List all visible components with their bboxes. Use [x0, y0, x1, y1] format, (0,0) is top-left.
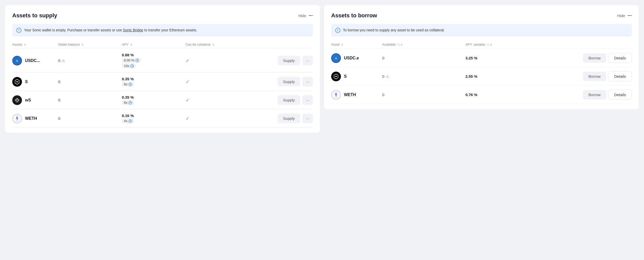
- info-icon-borrow: i: [335, 28, 340, 33]
- sort-icon: ⇅: [130, 43, 132, 46]
- svg-text:$: $: [16, 59, 18, 62]
- multiplier-tag-weth: 4x: [122, 119, 134, 123]
- multiplier-tag-ws: 8x: [122, 100, 134, 105]
- apy-cell-borrow-usdce: 3.25 %: [466, 56, 549, 60]
- supply-info-banner: i Your Sonic wallet is empty. Purchase o…: [12, 24, 313, 36]
- supply-button-weth[interactable]: Supply: [278, 114, 301, 123]
- more-button-s[interactable]: ···: [302, 77, 313, 86]
- balance-cell-s: 0: [58, 80, 122, 84]
- borrow-asset-name-s: S: [344, 74, 347, 79]
- collateral-cell-s: ✓: [186, 79, 249, 85]
- sort-icon: ⇅: [81, 43, 84, 46]
- check-icon-ws: ✓: [186, 97, 189, 103]
- available-cell-s: 0 ⚠: [382, 74, 466, 79]
- apy-tag-usdc: 8.00 %: [122, 58, 141, 63]
- warning-icon-s-borrow: ⚠: [386, 74, 389, 79]
- supply-row-ws: wS 0 0.35 % 8x ✓ Supply ···: [12, 91, 313, 109]
- collateral-cell-weth: ✓: [186, 116, 249, 121]
- multiplier-tag-s: 8x: [122, 82, 134, 87]
- col-collateral: Can be collateral ⇅: [186, 43, 249, 46]
- more-button-weth[interactable]: ···: [302, 114, 313, 123]
- more-button-usdc[interactable]: ···: [302, 56, 313, 65]
- available-cell-weth: 0: [382, 93, 466, 97]
- s-icon: [12, 77, 22, 87]
- borrow-action-cell-usdce: Borrow Details: [548, 53, 632, 63]
- supply-banner-text: Your Sonic wallet is empty. Purchase or …: [24, 28, 197, 33]
- borrow-weth-icon: [331, 90, 341, 100]
- asset-cell-weth: WETH: [12, 114, 58, 123]
- balance-cell-usdc: 0 ⚠: [58, 58, 122, 63]
- asset-name-ws: wS: [25, 98, 31, 102]
- col-asset: Assets ⇅: [12, 43, 58, 46]
- borrow-info-banner: i To borrow you need to supply any asset…: [331, 24, 632, 36]
- details-button-weth[interactable]: Details: [608, 90, 632, 100]
- apy-cell-weth: 0.16 % 4x: [122, 113, 185, 123]
- borrow-asset-cell-usdce: $ USDC.e: [331, 53, 382, 63]
- balance-cell-ws: 0: [58, 98, 122, 102]
- details-button-usdce[interactable]: Details: [608, 53, 632, 63]
- sort-icon: ⓘ ⇅: [487, 43, 492, 47]
- hide-dash-icon: [628, 15, 632, 16]
- apy-cell-borrow-weth: 0.76 %: [466, 93, 549, 97]
- borrow-asset-name-weth: WETH: [344, 93, 356, 97]
- sort-icon: ⇅: [341, 43, 343, 46]
- borrow-s-icon: [331, 72, 341, 81]
- details-button-s[interactable]: Details: [608, 71, 632, 81]
- action-cell-ws: Supply ···: [249, 95, 313, 105]
- svg-point-7: [13, 96, 22, 105]
- usdc-icon: $: [12, 56, 22, 66]
- supply-panel: Assets to supply Hide i Your Sonic walle…: [5, 5, 320, 133]
- apy-cell-ws: 0.35 % 8x: [122, 95, 185, 105]
- action-cell-s: Supply ···: [249, 77, 313, 86]
- supply-panel-title: Assets to supply: [12, 12, 57, 19]
- weth-icon: [12, 114, 22, 123]
- svg-text:$: $: [335, 57, 337, 60]
- sonic-bridge-link[interactable]: Sonic Bridge: [123, 28, 143, 32]
- col-available: Available ⓘ ⇅: [382, 43, 466, 47]
- supply-table-header: Assets ⇅ Wallet balance ⇅ APY ⇅ Can be c…: [12, 43, 313, 49]
- supply-panel-header: Assets to supply Hide: [12, 12, 313, 19]
- apy-cell-s: 0.35 % 8x: [122, 77, 185, 87]
- sort-icon: ⇅: [24, 43, 26, 46]
- col-wallet-balance: Wallet balance ⇅: [58, 43, 122, 46]
- collateral-cell-usdc: ✓: [186, 58, 249, 63]
- col-actions: [249, 43, 313, 46]
- ws-icon: [12, 95, 22, 105]
- borrow-action-cell-s: Borrow Details: [548, 71, 632, 81]
- col-borrow-actions: [548, 43, 632, 47]
- borrow-button-weth[interactable]: Borrow: [583, 90, 606, 99]
- borrow-asset-cell-weth: WETH: [331, 90, 382, 100]
- asset-name-usdc: USDC...: [25, 58, 40, 63]
- asset-name-weth: WETH: [25, 116, 37, 121]
- borrow-asset-cell-s: S: [331, 72, 382, 81]
- check-icon-usdc: ✓: [186, 58, 189, 63]
- apy-cell-usdc: 0.88 % 8.00 % 10x: [122, 53, 185, 68]
- usdce-icon: $: [331, 53, 341, 63]
- action-cell-usdc: Supply ···: [249, 56, 313, 65]
- borrow-panel: Assets to borrow Hide i To borrow you ne…: [324, 5, 639, 109]
- borrow-panel-title: Assets to borrow: [331, 12, 377, 19]
- multiplier-tag-usdc: 10x: [122, 63, 136, 68]
- borrow-action-cell-weth: Borrow Details: [548, 90, 632, 100]
- borrow-asset-name-usdce: USDC.e: [344, 56, 359, 60]
- collateral-cell-ws: ✓: [186, 97, 249, 103]
- asset-cell-ws: wS: [12, 95, 58, 105]
- supply-button-s[interactable]: Supply: [278, 77, 301, 86]
- asset-cell-usdc: $ USDC...: [12, 56, 58, 66]
- supply-hide-button[interactable]: Hide: [298, 14, 313, 18]
- borrow-banner-text: To borrow you need to supply any asset t…: [343, 28, 445, 33]
- supply-row-s: S 0 0.35 % 8x ✓ Supply ···: [12, 73, 313, 91]
- supply-row-usdc: $ USDC... 0 ⚠ 0.88 % 8.00 % 10x ✓ Supply: [12, 49, 313, 73]
- check-icon-s: ✓: [186, 79, 189, 85]
- more-button-ws[interactable]: ···: [302, 95, 313, 105]
- supply-button-usdc[interactable]: Supply: [278, 56, 301, 65]
- info-icon: i: [16, 28, 21, 33]
- check-icon-weth: ✓: [186, 116, 189, 121]
- apy-cell-borrow-s: 2.55 %: [466, 74, 549, 79]
- available-cell-usdce: 0: [382, 56, 466, 60]
- borrow-button-usdce[interactable]: Borrow: [583, 53, 606, 63]
- borrow-button-s[interactable]: Borrow: [583, 72, 606, 81]
- borrow-hide-button[interactable]: Hide: [617, 14, 632, 18]
- info-sort-icon: ⓘ ⇅: [397, 43, 403, 47]
- supply-button-ws[interactable]: Supply: [278, 95, 301, 105]
